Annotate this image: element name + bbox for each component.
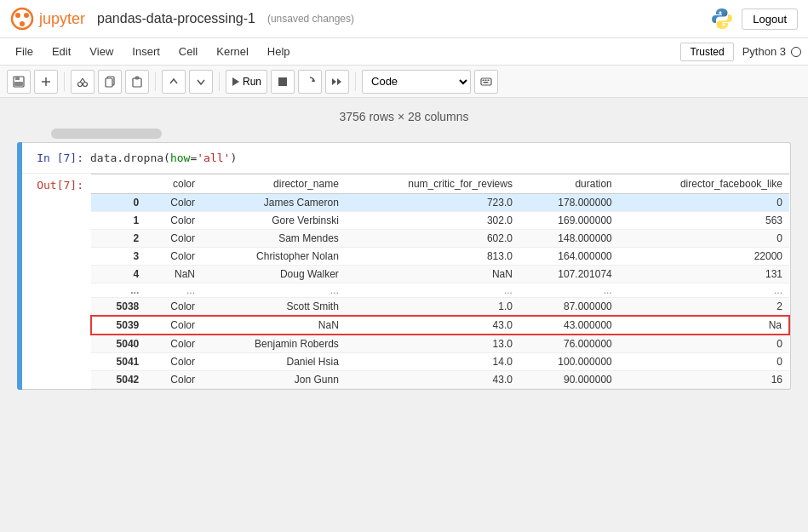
row-data-cell: Color <box>146 353 202 371</box>
output-prompt: Out[7]: <box>22 174 90 192</box>
row-index-cell: 1 <box>91 212 146 230</box>
svg-line-12 <box>83 78 85 83</box>
trusted-button[interactable]: Trusted <box>680 43 733 61</box>
col-header-index <box>91 174 146 194</box>
row-data-cell: 76.000000 <box>519 335 619 353</box>
table-row: 5042ColorJon Gunn43.090.00000016 <box>91 371 789 389</box>
menu-cell[interactable]: Cell <box>170 42 206 61</box>
row-data-cell: 302.0 <box>346 212 519 230</box>
row-data-cell: 16 <box>619 371 789 389</box>
row-data-cell: 178.000000 <box>519 194 619 212</box>
topbar: jupyter pandas-data-processing-1 (unsave… <box>0 0 808 38</box>
row-data-cell: Color <box>146 316 202 335</box>
row-data-cell: 131 <box>619 266 789 283</box>
row-data-cell: 602.0 <box>346 230 519 248</box>
row-data-cell: Color <box>146 371 202 389</box>
keyboard-shortcuts-button[interactable] <box>474 70 498 94</box>
fast-forward-icon <box>331 76 343 88</box>
row-data-cell: 13.0 <box>346 335 519 353</box>
svg-rect-5 <box>15 77 20 80</box>
arrow-up-icon <box>168 76 180 88</box>
svg-point-9 <box>78 82 83 86</box>
dataframe-table: color director_name num_critic_for_revie… <box>90 174 790 389</box>
output-content: color director_name num_critic_for_revie… <box>90 174 790 389</box>
save-button[interactable] <box>7 70 31 94</box>
table-row: 5041ColorDaniel Hsia14.0100.0000000 <box>91 353 789 371</box>
row-data-cell: 1.0 <box>346 298 519 317</box>
step-button[interactable]: Run <box>226 70 267 94</box>
separator-2 <box>155 72 156 91</box>
row-data-cell: 22000 <box>619 248 789 266</box>
menu-edit[interactable]: Edit <box>43 42 79 61</box>
row-data-cell: 813.0 <box>346 248 519 266</box>
row-data-cell: ... <box>619 283 789 298</box>
svg-line-11 <box>80 78 83 83</box>
row-data-cell: Jon Gunn <box>202 371 346 389</box>
restart-button[interactable] <box>298 70 322 94</box>
copy-button[interactable] <box>98 70 122 94</box>
stop-icon <box>278 77 288 87</box>
add-cell-button[interactable] <box>34 70 58 94</box>
svg-rect-6 <box>14 82 23 86</box>
rows-info: 3756 rows × 28 columns <box>0 106 808 129</box>
cell-content: In [7]: data.dropna(how='all') Out[7]: c… <box>22 142 791 390</box>
separator-3 <box>219 72 220 91</box>
kernel-info: Python 3 <box>742 45 801 58</box>
row-data-cell: 90.000000 <box>519 371 619 389</box>
kernel-status-icon <box>791 47 801 57</box>
svg-marker-20 <box>337 78 341 85</box>
separator-4 <box>355 72 356 91</box>
output-area: Out[7]: color director_name num_critic_f… <box>22 174 790 389</box>
keyboard-icon <box>480 77 492 86</box>
jupyter-icon <box>10 7 34 31</box>
row-data-cell: ... <box>202 283 346 298</box>
logout-button[interactable]: Logout <box>742 9 798 30</box>
svg-point-2 <box>24 13 29 18</box>
menu-insert[interactable]: Insert <box>123 42 169 61</box>
col-header-fb-likes: director_facebook_like <box>619 174 789 194</box>
row-index-cell: 0 <box>91 194 146 212</box>
toolbar: Run Code Markdown Raw NBConvert Heading <box>0 66 808 98</box>
svg-rect-24 <box>488 79 490 81</box>
run-label: Run <box>243 76 261 88</box>
python-icon <box>709 6 735 31</box>
move-down-button[interactable] <box>189 70 213 94</box>
paste-button[interactable] <box>125 70 149 94</box>
row-index-cell: ... <box>91 283 146 298</box>
cell-type-selector[interactable]: Code Markdown Raw NBConvert Heading <box>362 70 471 94</box>
menu-kernel[interactable]: Kernel <box>208 42 257 61</box>
row-data-cell: 0 <box>619 194 789 212</box>
row-index-cell: 5040 <box>91 335 146 353</box>
move-up-button[interactable] <box>162 70 186 94</box>
row-index-cell: 5042 <box>91 371 146 389</box>
row-data-cell: Christopher Nolan <box>202 248 346 266</box>
cut-button[interactable] <box>71 70 95 94</box>
plus-icon <box>40 76 52 88</box>
svg-rect-15 <box>133 78 141 87</box>
row-data-cell: 87.000000 <box>519 298 619 317</box>
fast-forward-button[interactable] <box>325 70 349 94</box>
row-index-cell: 5039 <box>91 316 146 335</box>
stop-button[interactable] <box>271 70 295 94</box>
svg-rect-23 <box>485 79 487 81</box>
horizontal-scrollbar[interactable] <box>51 129 162 139</box>
menubar: File Edit View Insert Cell Kernel Help T… <box>0 38 808 66</box>
input-area: In [7]: data.dropna(how='all') <box>22 143 790 174</box>
kernel-name-label: Python 3 <box>742 45 786 58</box>
svg-point-3 <box>20 21 25 26</box>
menu-view[interactable]: View <box>81 42 122 61</box>
row-data-cell: 0 <box>619 353 789 371</box>
paste-icon <box>131 76 143 88</box>
row-data-cell: 100.000000 <box>519 353 619 371</box>
menu-help[interactable]: Help <box>259 42 299 61</box>
copy-icon <box>104 76 116 88</box>
menu-file[interactable]: File <box>7 42 42 61</box>
table-row: 5040ColorBenjamin Roberds13.076.0000000 <box>91 335 789 353</box>
table-row: 2ColorSam Mendes602.0148.0000000 <box>91 230 789 248</box>
row-data-cell: Scott Smith <box>202 298 346 317</box>
row-data-cell: Na <box>619 316 789 335</box>
run-icon <box>232 77 240 87</box>
row-data-cell: Color <box>146 248 202 266</box>
code-input[interactable]: data.dropna(how='all') <box>90 150 790 166</box>
row-data-cell: Gore Verbinski <box>202 212 346 230</box>
